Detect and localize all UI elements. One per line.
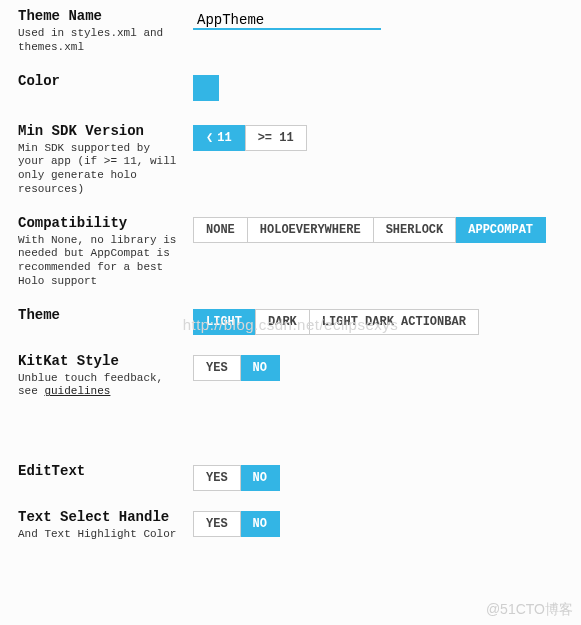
theme-name-input[interactable] xyxy=(193,10,381,30)
kitkat-toggle: YES NO xyxy=(193,355,563,381)
textselect-left: Text Select Handle And Text Highlight Co… xyxy=(18,509,193,542)
compat-hint: With None, no library is needed but AppC… xyxy=(18,234,183,289)
watermark-bottom-right: @51CTO博客 xyxy=(486,601,573,619)
compat-toggle: NONE HOLOEVERYWHERE SHERLOCK APPCOMPAT xyxy=(193,217,563,243)
edittext-label: EditText xyxy=(18,463,183,479)
compat-option-appcompat[interactable]: APPCOMPAT xyxy=(456,217,546,243)
textselect-option-no[interactable]: NO xyxy=(241,511,280,537)
compat-option-sherlock[interactable]: SHERLOCK xyxy=(374,217,457,243)
compat-option-holoeverywhere[interactable]: HOLOEVERYWHERE xyxy=(248,217,374,243)
theme-option-light[interactable]: LIGHT xyxy=(193,309,255,335)
min-sdk-toggle: ❮ 11 >= 11 xyxy=(193,125,563,151)
color-label: Color xyxy=(18,73,183,89)
edittext-option-yes[interactable]: YES xyxy=(193,465,241,491)
textselect-option-yes[interactable]: YES xyxy=(193,511,241,537)
chevron-left-icon: ❮ xyxy=(206,132,213,144)
kitkat-hint: Unblue touch feedback, see guidelines xyxy=(18,372,183,400)
compat-label: Compatibility xyxy=(18,215,183,231)
edittext-option-no[interactable]: NO xyxy=(241,465,280,491)
kitkat-guidelines-link[interactable]: guidelines xyxy=(44,385,110,397)
textselect-hint: And Text Highlight Color xyxy=(18,528,183,542)
theme-name-left: Theme Name Used in styles.xml and themes… xyxy=(18,8,193,55)
theme-left: Theme xyxy=(18,307,193,326)
textselect-label: Text Select Handle xyxy=(18,509,183,525)
edittext-left: EditText xyxy=(18,463,193,482)
min-sdk-option-lt11[interactable]: ❮ 11 xyxy=(193,125,245,151)
edittext-toggle: YES NO xyxy=(193,465,563,491)
min-sdk-left: Min SDK Version Min SDK supported by you… xyxy=(18,123,193,197)
min-sdk-label: Min SDK Version xyxy=(18,123,183,139)
compat-left: Compatibility With None, no library is n… xyxy=(18,215,193,289)
theme-option-light-dark-actionbar[interactable]: LIGHT DARK ACTIONBAR xyxy=(310,309,479,335)
theme-toggle: LIGHT DARK LIGHT DARK ACTIONBAR xyxy=(193,309,563,335)
kitkat-option-yes[interactable]: YES xyxy=(193,355,241,381)
min-sdk-option-gte11-text: >= 11 xyxy=(258,131,294,145)
textselect-toggle: YES NO xyxy=(193,511,563,537)
min-sdk-hint: Min SDK supported by your app (if >= 11,… xyxy=(18,142,183,197)
kitkat-option-no[interactable]: NO xyxy=(241,355,280,381)
kitkat-left: KitKat Style Unblue touch feedback, see … xyxy=(18,353,193,400)
kitkat-label: KitKat Style xyxy=(18,353,183,369)
min-sdk-option-gte11[interactable]: >= 11 xyxy=(245,125,307,151)
theme-name-label: Theme Name xyxy=(18,8,183,24)
color-left: Color xyxy=(18,73,193,92)
min-sdk-option-lt11-num: 11 xyxy=(217,131,231,145)
theme-label: Theme xyxy=(18,307,183,323)
compat-option-none[interactable]: NONE xyxy=(193,217,248,243)
theme-option-dark[interactable]: DARK xyxy=(255,309,310,335)
color-swatch[interactable] xyxy=(193,75,219,101)
theme-name-hint: Used in styles.xml and themes.xml xyxy=(18,27,183,55)
